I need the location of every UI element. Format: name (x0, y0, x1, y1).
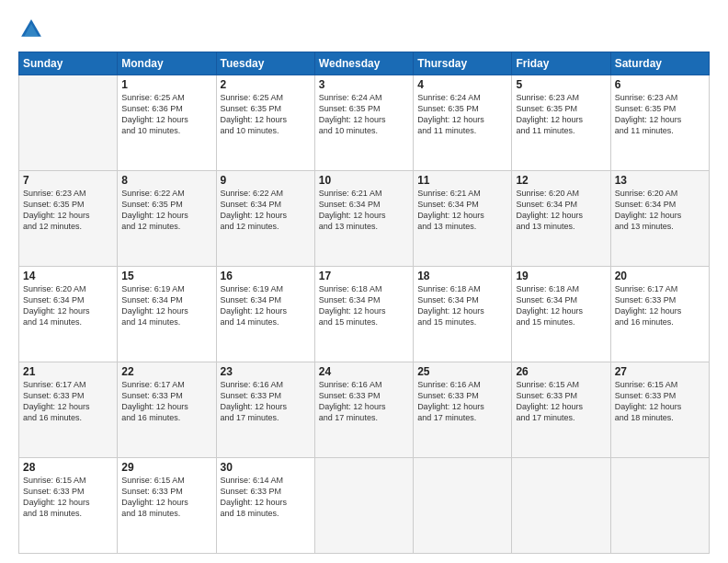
day-number: 16 (221, 270, 311, 282)
calendar-cell (314, 458, 413, 554)
day-info: Sunrise: 6:17 AMSunset: 6:33 PMDaylight:… (121, 379, 211, 424)
day-number: 23 (221, 365, 311, 378)
calendar-cell: 23Sunrise: 6:16 AMSunset: 6:33 PMDayligh… (216, 362, 314, 458)
calendar-cell: 17Sunrise: 6:18 AMSunset: 6:34 PMDayligh… (314, 267, 413, 362)
day-number: 19 (516, 270, 606, 282)
day-info: Sunrise: 6:18 AMSunset: 6:34 PMDaylight:… (417, 283, 507, 328)
calendar-cell: 29Sunrise: 6:15 AMSunset: 6:33 PMDayligh… (118, 458, 216, 554)
day-number: 13 (615, 174, 705, 187)
calendar: SundayMondayTuesdayWednesdayThursdayFrid… (18, 52, 710, 554)
calendar-cell: 6Sunrise: 6:23 AMSunset: 6:35 PMDaylight… (610, 75, 709, 171)
calendar-cell: 13Sunrise: 6:20 AMSunset: 6:34 PMDayligh… (610, 171, 709, 267)
day-number: 15 (121, 270, 211, 282)
day-number: 30 (221, 461, 311, 474)
day-header-tuesday: Tuesday (216, 52, 314, 75)
day-number: 10 (319, 174, 409, 187)
calendar-cell: 19Sunrise: 6:18 AMSunset: 6:34 PMDayligh… (512, 267, 610, 362)
calendar-cell: 5Sunrise: 6:23 AMSunset: 6:35 PMDaylight… (512, 75, 610, 171)
calendar-cell: 21Sunrise: 6:17 AMSunset: 6:33 PMDayligh… (19, 362, 118, 458)
day-number: 14 (23, 270, 113, 282)
calendar-cell: 30Sunrise: 6:14 AMSunset: 6:33 PMDayligh… (216, 458, 314, 554)
calendar-cell: 24Sunrise: 6:16 AMSunset: 6:33 PMDayligh… (314, 362, 413, 458)
day-number: 28 (23, 461, 113, 474)
calendar-cell: 25Sunrise: 6:16 AMSunset: 6:33 PMDayligh… (414, 362, 512, 458)
calendar-cell: 11Sunrise: 6:21 AMSunset: 6:34 PMDayligh… (414, 171, 512, 267)
day-number: 18 (417, 270, 507, 282)
day-info: Sunrise: 6:15 AMSunset: 6:33 PMDaylight:… (23, 475, 113, 520)
day-info: Sunrise: 6:15 AMSunset: 6:33 PMDaylight:… (121, 475, 211, 520)
day-info: Sunrise: 6:18 AMSunset: 6:34 PMDaylight:… (516, 283, 606, 328)
day-info: Sunrise: 6:20 AMSunset: 6:34 PMDaylight:… (516, 188, 606, 233)
day-number: 8 (121, 174, 211, 187)
day-info: Sunrise: 6:15 AMSunset: 6:33 PMDaylight:… (516, 379, 606, 424)
calendar-cell (610, 458, 709, 554)
day-number: 6 (615, 78, 705, 91)
day-number: 21 (23, 365, 113, 378)
header-row: SundayMondayTuesdayWednesdayThursdayFrid… (19, 52, 710, 75)
day-number: 26 (516, 365, 606, 378)
day-info: Sunrise: 6:16 AMSunset: 6:33 PMDaylight:… (417, 379, 507, 424)
day-number: 29 (121, 461, 211, 474)
day-info: Sunrise: 6:20 AMSunset: 6:34 PMDaylight:… (615, 188, 705, 233)
day-number: 3 (319, 78, 409, 91)
day-header-thursday: Thursday (414, 52, 512, 75)
calendar-cell: 7Sunrise: 6:23 AMSunset: 6:35 PMDaylight… (19, 171, 118, 267)
day-info: Sunrise: 6:23 AMSunset: 6:35 PMDaylight:… (615, 92, 705, 137)
day-header-saturday: Saturday (610, 52, 709, 75)
day-number: 1 (121, 78, 211, 91)
day-number: 17 (319, 270, 409, 282)
calendar-cell: 3Sunrise: 6:24 AMSunset: 6:35 PMDaylight… (314, 75, 413, 171)
calendar-cell: 1Sunrise: 6:25 AMSunset: 6:36 PMDaylight… (118, 75, 216, 171)
logo (18, 17, 48, 42)
week-row-2: 7Sunrise: 6:23 AMSunset: 6:35 PMDaylight… (19, 171, 710, 267)
calendar-cell: 27Sunrise: 6:15 AMSunset: 6:33 PMDayligh… (610, 362, 709, 458)
week-row-4: 21Sunrise: 6:17 AMSunset: 6:33 PMDayligh… (19, 362, 710, 458)
calendar-cell: 26Sunrise: 6:15 AMSunset: 6:33 PMDayligh… (512, 362, 610, 458)
day-info: Sunrise: 6:19 AMSunset: 6:34 PMDaylight:… (121, 283, 211, 328)
day-info: Sunrise: 6:23 AMSunset: 6:35 PMDaylight:… (516, 92, 606, 137)
day-info: Sunrise: 6:25 AMSunset: 6:36 PMDaylight:… (121, 92, 211, 137)
day-info: Sunrise: 6:16 AMSunset: 6:33 PMDaylight:… (319, 379, 409, 424)
week-row-3: 14Sunrise: 6:20 AMSunset: 6:34 PMDayligh… (19, 267, 710, 362)
calendar-cell (19, 75, 118, 171)
day-info: Sunrise: 6:18 AMSunset: 6:34 PMDaylight:… (319, 283, 409, 328)
calendar-cell: 4Sunrise: 6:24 AMSunset: 6:35 PMDaylight… (414, 75, 512, 171)
day-info: Sunrise: 6:16 AMSunset: 6:33 PMDaylight:… (221, 379, 311, 424)
day-number: 20 (615, 270, 705, 282)
calendar-cell: 10Sunrise: 6:21 AMSunset: 6:34 PMDayligh… (314, 171, 413, 267)
day-number: 27 (615, 365, 705, 378)
day-number: 7 (23, 174, 113, 187)
day-header-wednesday: Wednesday (314, 52, 413, 75)
day-info: Sunrise: 6:22 AMSunset: 6:35 PMDaylight:… (121, 188, 211, 233)
day-header-sunday: Sunday (19, 52, 118, 75)
day-header-friday: Friday (512, 52, 610, 75)
header (18, 17, 710, 42)
day-number: 12 (516, 174, 606, 187)
calendar-cell: 2Sunrise: 6:25 AMSunset: 6:35 PMDaylight… (216, 75, 314, 171)
calendar-cell: 9Sunrise: 6:22 AMSunset: 6:34 PMDaylight… (216, 171, 314, 267)
calendar-cell: 12Sunrise: 6:20 AMSunset: 6:34 PMDayligh… (512, 171, 610, 267)
day-number: 24 (319, 365, 409, 378)
day-number: 11 (417, 174, 507, 187)
day-number: 4 (417, 78, 507, 91)
calendar-cell: 28Sunrise: 6:15 AMSunset: 6:33 PMDayligh… (19, 458, 118, 554)
day-info: Sunrise: 6:20 AMSunset: 6:34 PMDaylight:… (23, 283, 113, 328)
calendar-cell: 15Sunrise: 6:19 AMSunset: 6:34 PMDayligh… (118, 267, 216, 362)
calendar-cell: 22Sunrise: 6:17 AMSunset: 6:33 PMDayligh… (118, 362, 216, 458)
day-number: 22 (121, 365, 211, 378)
day-info: Sunrise: 6:21 AMSunset: 6:34 PMDaylight:… (319, 188, 409, 233)
day-number: 2 (221, 78, 311, 91)
logo-icon (18, 17, 44, 42)
day-info: Sunrise: 6:17 AMSunset: 6:33 PMDaylight:… (23, 379, 113, 424)
day-info: Sunrise: 6:15 AMSunset: 6:33 PMDaylight:… (615, 379, 705, 424)
week-row-5: 28Sunrise: 6:15 AMSunset: 6:33 PMDayligh… (19, 458, 710, 554)
calendar-cell (512, 458, 610, 554)
day-info: Sunrise: 6:21 AMSunset: 6:34 PMDaylight:… (417, 188, 507, 233)
calendar-cell: 8Sunrise: 6:22 AMSunset: 6:35 PMDaylight… (118, 171, 216, 267)
day-info: Sunrise: 6:14 AMSunset: 6:33 PMDaylight:… (221, 475, 311, 520)
day-header-monday: Monday (118, 52, 216, 75)
calendar-cell (414, 458, 512, 554)
day-info: Sunrise: 6:17 AMSunset: 6:33 PMDaylight:… (615, 283, 705, 328)
day-info: Sunrise: 6:22 AMSunset: 6:34 PMDaylight:… (221, 188, 311, 233)
day-number: 5 (516, 78, 606, 91)
